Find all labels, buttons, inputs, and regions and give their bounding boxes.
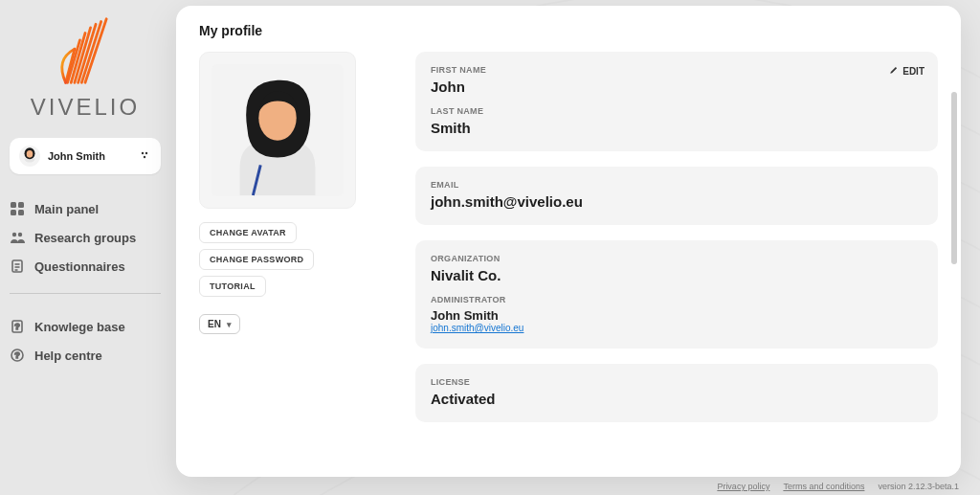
chevron-down-icon: ▾ [227, 320, 232, 329]
svg-point-2 [27, 150, 33, 158]
pencil-icon [889, 65, 899, 77]
edit-label: EDIT [902, 66, 924, 77]
page-title: My profile [199, 23, 938, 38]
user-menu-icon[interactable] [140, 149, 151, 164]
brand-name: VIVELIO [31, 94, 140, 121]
name-panel: EDIT FIRST NAME John LAST NAME Smith [415, 52, 938, 151]
content-scrollbar[interactable] [951, 88, 957, 442]
dashboard-icon [10, 201, 25, 216]
nav-divider [10, 293, 161, 294]
svg-point-11 [18, 233, 22, 236]
svg-rect-9 [18, 210, 24, 215]
svg-text:?: ? [14, 350, 20, 360]
last-name-label: LAST NAME [431, 106, 923, 116]
sidebar-item-label: Research groups [34, 231, 136, 245]
brand-logo-icon [50, 13, 121, 88]
svg-rect-6 [11, 202, 16, 208]
change-avatar-button[interactable]: CHANGE AVATAR [199, 222, 297, 243]
svg-point-3 [142, 151, 144, 153]
version-text: version 2.12.3-beta.1 [878, 482, 959, 491]
users-icon [10, 230, 25, 245]
terms-link[interactable]: Terms and conditions [783, 482, 864, 491]
footer: Privacy policy Terms and conditions vers… [717, 482, 959, 491]
sidebar: VIVELIO John Smith Main panel [0, 0, 170, 495]
user-chip-name: John Smith [48, 150, 132, 162]
license-value: Activated [431, 391, 923, 407]
main-card: My profile [176, 6, 961, 477]
language-select[interactable]: EN ▾ [199, 314, 240, 334]
edit-button[interactable]: EDIT [889, 65, 924, 77]
svg-point-5 [144, 155, 145, 157]
org-value: Nivalit Co. [431, 267, 923, 283]
sidebar-item-label: Main panel [34, 202, 99, 216]
profile-right-column: EDIT FIRST NAME John LAST NAME Smith [415, 52, 938, 422]
first-name-label: FIRST NAME [431, 65, 923, 75]
sidebar-item-label: Questionnaires [34, 259, 125, 274]
admin-name-value: John Smith [431, 308, 923, 323]
brand: VIVELIO [10, 13, 161, 121]
privacy-link[interactable]: Privacy policy [717, 482, 769, 491]
avatar-image [212, 64, 344, 196]
profile-left-column: CHANGE AVATAR CHANGE PASSWORD TUTORIAL E… [199, 52, 381, 422]
admin-email-link[interactable]: john.smith@vivelio.eu [431, 323, 923, 333]
license-panel: LICENSE Activated [415, 364, 938, 422]
admin-label: ADMINISTRATOR [431, 295, 923, 304]
user-chip[interactable]: John Smith [10, 138, 161, 174]
svg-rect-7 [18, 202, 24, 208]
scrollbar-thumb[interactable] [951, 92, 957, 264]
organization-panel: ORGANIZATION Nivalit Co. ADMINISTRATOR J… [415, 240, 938, 349]
sidebar-item-knowledge-base[interactable]: ? Knowlege base [10, 319, 161, 334]
sidebar-item-help-centre[interactable]: ? Help centre [10, 348, 161, 363]
avatar-icon [19, 146, 40, 167]
help-icon: ? [10, 348, 25, 363]
sidebar-item-research-groups[interactable]: Research groups [10, 230, 161, 245]
change-password-button[interactable]: CHANGE PASSWORD [199, 249, 314, 270]
tutorial-button[interactable]: TUTORIAL [199, 276, 266, 297]
clipboard-icon [10, 259, 25, 274]
sidebar-item-label: Help centre [34, 349, 102, 363]
sidebar-item-main-panel[interactable]: Main panel [10, 201, 161, 216]
svg-point-4 [145, 151, 147, 153]
svg-rect-8 [11, 210, 16, 215]
first-name-value: John [431, 79, 923, 95]
email-panel: EMAIL john.smith@vivelio.eu [415, 167, 938, 225]
sidebar-item-questionnaires[interactable]: Questionnaires [10, 259, 161, 274]
org-label: ORGANIZATION [431, 254, 923, 263]
book-icon: ? [10, 319, 25, 334]
avatar-frame [199, 52, 356, 209]
last-name-value: Smith [431, 120, 923, 136]
svg-point-10 [12, 233, 16, 236]
license-label: LICENSE [431, 377, 923, 387]
language-value: EN [208, 319, 221, 329]
email-label: EMAIL [431, 180, 923, 190]
email-value: john.smith@vivelio.eu [431, 193, 923, 210]
primary-nav: Main panel Research groups Questionnaire… [10, 201, 161, 363]
svg-text:?: ? [14, 322, 20, 331]
sidebar-item-label: Knowlege base [34, 320, 125, 334]
